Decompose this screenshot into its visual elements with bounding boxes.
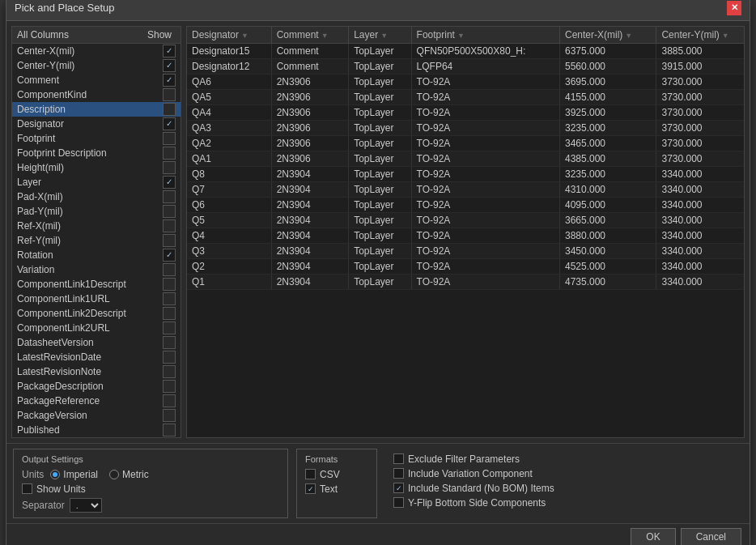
table-header[interactable]: Comment▼	[271, 27, 349, 44]
column-item-name: Footprint Description	[17, 147, 163, 159]
table-cell: QA4	[187, 104, 271, 120]
column-item[interactable]: ComponentLink1URL	[12, 292, 181, 306]
column-item[interactable]: Rotation	[12, 248, 181, 262]
column-item[interactable]: Height(mil)	[12, 160, 181, 175]
table-row[interactable]: Designator15CommentTopLayerQFN50P500X500…	[187, 43, 744, 58]
y-flip-label: Y-Flip Bottom Side Components	[408, 497, 546, 509]
ok-button[interactable]: OK	[631, 528, 675, 546]
units-label: Units	[22, 469, 44, 480]
column-item[interactable]: Ref-X(mil)	[12, 219, 181, 233]
column-item[interactable]: PackageDescription	[12, 379, 181, 394]
table-cell: QA5	[187, 89, 271, 104]
column-item[interactable]: Ref-Y(mil)	[12, 233, 181, 248]
y-flip-checkbox[interactable]: Y-Flip Bottom Side Components	[393, 497, 735, 509]
table-wrapper[interactable]: Designator▼Comment▼Layer▼Footprint▼Cente…	[187, 27, 744, 437]
table-cell: 3340.000	[656, 243, 744, 258]
column-item[interactable]: Pad-X(mil)	[12, 189, 181, 204]
column-item[interactable]: Center-Y(mil)	[12, 58, 181, 73]
table-row[interactable]: Q22N3904TopLayerTO-92A4525.0003340.000	[187, 258, 744, 274]
table-cell: TO-92A	[411, 243, 559, 258]
table-row[interactable]: QA62N3906TopLayerTO-92A3695.0003730.000	[187, 74, 744, 89]
imperial-radio[interactable]: Imperial	[50, 469, 98, 480]
include-variation-checkbox[interactable]: Include Variation Component	[393, 468, 735, 479]
imperial-label: Imperial	[63, 469, 98, 480]
column-item[interactable]: Footprint	[12, 131, 181, 146]
column-item[interactable]: ComponentLink2Descript	[12, 306, 181, 321]
table-cell: Q8	[187, 166, 271, 181]
column-item[interactable]: DatasheetVersion	[12, 335, 181, 350]
table-row[interactable]: QA32N3906TopLayerTO-92A3235.0003730.000	[187, 120, 744, 135]
cancel-button[interactable]: Cancel	[681, 528, 741, 546]
table-cell: 3340.000	[656, 197, 744, 212]
table-row[interactable]: Q62N3904TopLayerTO-92A4095.0003340.000	[187, 197, 744, 212]
column-item-checkbox	[163, 307, 176, 320]
table-cell: 3340.000	[656, 166, 744, 181]
include-standard-checkbox[interactable]: ✓ Include Standard (No BOM) Items	[393, 483, 735, 494]
csv-check-box	[305, 469, 316, 479]
table-row[interactable]: Q52N3904TopLayerTO-92A3665.0003340.000	[187, 212, 744, 228]
table-row[interactable]: Q32N3904TopLayerTO-92A3450.0003340.000	[187, 243, 744, 258]
column-item[interactable]: LatestRevisionNote	[12, 364, 181, 379]
table-cell: Q1	[187, 274, 271, 289]
column-item[interactable]: Published	[12, 423, 181, 437]
table-row[interactable]: Q12N3904TopLayerTO-92A4735.0003340.000	[187, 274, 744, 289]
metric-radio-dot	[109, 470, 119, 479]
table-cell: 2N3906	[271, 120, 349, 135]
column-item-name: PackageReference	[17, 395, 163, 407]
column-item[interactable]: Center-X(mil)	[12, 44, 181, 58]
table-row[interactable]: QA42N3906TopLayerTO-92A3925.0003730.000	[187, 104, 744, 120]
table-cell: 3730.000	[656, 135, 744, 151]
column-item-name: PackageVersion	[17, 410, 163, 421]
column-item-checkbox	[163, 45, 176, 57]
table-header[interactable]: Center-Y(mil)▼	[656, 27, 744, 44]
table-header[interactable]: Designator▼	[187, 27, 271, 44]
table-cell: Designator15	[187, 43, 271, 58]
column-item[interactable]: Layer	[12, 175, 181, 189]
table-row[interactable]: QA12N3906TopLayerTO-92A4385.0003730.000	[187, 151, 744, 166]
column-item-name: PackageDescription	[17, 381, 163, 392]
exclude-filter-label: Exclude Filter Parameters	[408, 453, 520, 465]
table-cell: 2N3904	[271, 228, 349, 243]
column-item[interactable]: PackageReference	[12, 394, 181, 408]
show-column-label: Show	[143, 29, 176, 40]
y-flip-check-box	[393, 497, 404, 508]
table-cell: Q7	[187, 181, 271, 197]
table-row[interactable]: QA22N3906TopLayerTO-92A3465.0003730.000	[187, 135, 744, 151]
column-item[interactable]: Variation	[12, 262, 181, 277]
text-row: ✓ Text	[305, 483, 368, 495]
table-header[interactable]: Center-X(mil)▼	[559, 27, 656, 44]
table-row[interactable]: Designator12CommentTopLayerLQFP645560.00…	[187, 58, 744, 74]
table-row[interactable]: Q82N3904TopLayerTO-92A3235.0003340.000	[187, 166, 744, 181]
exclude-filter-checkbox[interactable]: Exclude Filter Parameters	[393, 453, 735, 465]
metric-radio[interactable]: Metric	[109, 469, 149, 480]
column-item[interactable]: Pad-Y(mil)	[12, 204, 181, 219]
text-checkbox[interactable]: ✓ Text	[305, 483, 338, 495]
column-item[interactable]: Footprint Description	[12, 146, 181, 160]
include-variation-check-box	[393, 468, 404, 479]
column-item[interactable]: ComponentLink2URL	[12, 321, 181, 335]
column-item-name: ComponentLink1Descript	[17, 279, 163, 290]
column-item[interactable]: PackageVersion	[12, 408, 181, 423]
table-cell: 3730.000	[656, 89, 744, 104]
column-item[interactable]: ComponentLink1Descript	[12, 277, 181, 292]
table-row[interactable]: QA52N3906TopLayerTO-92A4155.0003730.000	[187, 89, 744, 104]
table-row[interactable]: Q72N3904TopLayerTO-92A4310.0003340.000	[187, 181, 744, 197]
include-variation-label: Include Variation Component	[408, 468, 533, 479]
table-cell: TopLayer	[349, 258, 411, 274]
column-item[interactable]: ComponentKind	[12, 87, 181, 102]
table-cell: TO-92A	[411, 181, 559, 197]
table-header[interactable]: Footprint▼	[411, 27, 559, 44]
column-item[interactable]: LatestRevisionDate	[12, 350, 181, 364]
csv-checkbox[interactable]: CSV	[305, 469, 340, 480]
table-row[interactable]: Q42N3904TopLayerTO-92A3880.0003340.000	[187, 228, 744, 243]
column-item[interactable]: Description	[12, 102, 181, 117]
show-units-checkbox[interactable]: Show Units	[22, 483, 86, 495]
csv-label: CSV	[320, 469, 340, 480]
column-item[interactable]: Designator	[12, 117, 181, 131]
column-item[interactable]: Comment	[12, 73, 181, 87]
column-item-checkbox	[163, 249, 176, 262]
table-header[interactable]: Layer▼	[349, 27, 411, 44]
close-button[interactable]: ✕	[727, 1, 741, 15]
separator-select[interactable]: . ,	[70, 498, 102, 513]
column-item-name: DatasheetVersion	[17, 337, 163, 348]
